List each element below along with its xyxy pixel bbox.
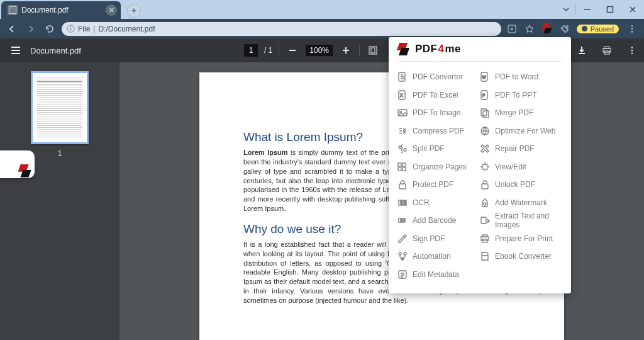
- popup-item-ebook-converter[interactable]: Ebook Converter: [480, 247, 562, 266]
- svg-point-56: [399, 252, 401, 255]
- pdf-document-title: Document.pdf: [30, 46, 81, 55]
- divider: [359, 45, 360, 56]
- popup-item-edit-metadata[interactable]: Edit Metadata: [397, 266, 480, 284]
- popup-item-add-watermark[interactable]: Add Watermark: [480, 194, 562, 212]
- popup-item-label: Repair PDF: [495, 144, 535, 153]
- popup-item-label: Organize Pages: [413, 162, 467, 171]
- svg-rect-38: [402, 167, 406, 171]
- popup-item-add-barcode[interactable]: Add Barcode: [397, 212, 480, 230]
- popup-item-icon: [397, 234, 408, 244]
- svg-rect-37: [398, 167, 401, 171]
- page-thumbnail[interactable]: [31, 71, 89, 144]
- pdf4me-wordmark-icon: PDF4me: [415, 43, 491, 55]
- popup-item-optimize-for-web[interactable]: Optimize For Web: [480, 122, 562, 140]
- window-minimize-button[interactable]: [576, 0, 599, 19]
- svg-point-33: [399, 146, 401, 149]
- popup-item-label: Add Barcode: [413, 216, 456, 225]
- popup-item-protect-pdf[interactable]: Protect PDF: [397, 176, 480, 194]
- svg-rect-35: [398, 163, 401, 166]
- popup-item-view-edit[interactable]: View/Edit: [480, 158, 562, 176]
- svg-rect-49: [401, 218, 402, 222]
- extensions-puzzle-icon[interactable]: [559, 23, 570, 35]
- forward-button[interactable]: [24, 22, 38, 36]
- popup-item-label: Automation: [413, 252, 451, 261]
- svg-point-57: [404, 252, 406, 255]
- popup-item-pdf-converter[interactable]: PDF Converter: [397, 68, 480, 86]
- svg-rect-45: [404, 200, 405, 205]
- back-button[interactable]: [5, 22, 19, 36]
- divider: |: [93, 25, 95, 33]
- popup-item-label: PDF to Word: [495, 72, 538, 81]
- popup-item-pdf-to-image[interactable]: PDF To Image: [397, 104, 480, 122]
- svg-point-8: [631, 31, 633, 32]
- popup-item-label: Ebook Converter: [495, 252, 552, 261]
- popup-item-label: PDF To PPT: [495, 91, 536, 99]
- popup-item-prepare-for-print[interactable]: Prepare For Print: [480, 230, 562, 248]
- window-close-button[interactable]: [621, 0, 644, 19]
- popup-item-unlock-pdf[interactable]: Unlock PDF: [480, 176, 562, 194]
- popup-item-label: PDF To Image: [413, 108, 460, 117]
- tab-close-button[interactable]: ✕: [106, 4, 117, 16]
- popup-item-organize-pages[interactable]: Organize Pages: [397, 158, 480, 176]
- popup-item-pdf-to-word[interactable]: WPDF to Word: [480, 68, 562, 86]
- download-button[interactable]: [575, 45, 589, 55]
- page-number-input[interactable]: 1: [244, 44, 258, 57]
- browser-tab-active[interactable]: Document.pdf ✕: [1, 1, 121, 19]
- popup-item-label: Protect PDF: [413, 180, 453, 189]
- thumbnail-panel: 1: [0, 62, 119, 340]
- thumbnail-page-number: 1: [31, 149, 89, 158]
- pdf-menu-button[interactable]: [10, 45, 21, 56]
- window-maximize-button[interactable]: [599, 0, 621, 19]
- zoom-in-button[interactable]: [339, 46, 353, 55]
- browser-menu-button[interactable]: [625, 22, 639, 36]
- svg-rect-51: [404, 218, 405, 222]
- url-input[interactable]: File | D:/Document.pdf: [62, 22, 501, 36]
- popup-item-icon: [480, 215, 490, 225]
- install-app-icon[interactable]: [506, 23, 518, 35]
- svg-point-18: [631, 50, 633, 51]
- print-button[interactable]: [600, 45, 614, 55]
- popup-item-label: Merge PDF: [495, 108, 533, 117]
- svg-point-17: [631, 47, 633, 48]
- svg-rect-52: [481, 217, 486, 224]
- profile-paused-badge[interactable]: Paused: [577, 25, 619, 33]
- popup-item-ocr[interactable]: OCR: [397, 194, 480, 212]
- popup-item-label: Extract Text and Images: [495, 212, 562, 229]
- bookmark-star-icon[interactable]: [524, 23, 535, 35]
- pdf4me-extension-icon[interactable]: [541, 23, 553, 35]
- svg-rect-44: [402, 200, 404, 205]
- zoom-level[interactable]: 100%: [306, 45, 333, 56]
- svg-rect-40: [399, 184, 406, 189]
- popup-item-label: Compress PDF: [413, 127, 464, 135]
- svg-rect-42: [399, 200, 401, 205]
- pdf4me-side-tab[interactable]: [0, 150, 35, 178]
- popup-item-icon: [480, 162, 490, 172]
- popup-item-icon: [397, 144, 408, 154]
- svg-rect-31: [483, 111, 489, 118]
- fit-page-button[interactable]: [366, 45, 380, 55]
- popup-item-label: Add Watermark: [495, 198, 547, 207]
- popup-item-icon: X: [397, 90, 408, 100]
- popup-item-extract-text-and-images[interactable]: Extract Text and Images: [480, 212, 562, 230]
- popup-item-split-pdf[interactable]: Split PDF: [397, 140, 480, 158]
- popup-item-repair-pdf[interactable]: Repair PDF: [480, 140, 562, 158]
- popup-item-compress-pdf[interactable]: Compress PDF: [397, 122, 480, 140]
- svg-point-39: [482, 164, 487, 169]
- reload-button[interactable]: [43, 22, 57, 36]
- svg-text:W: W: [482, 75, 487, 79]
- pdf4me-logo-icon: [541, 23, 553, 35]
- zoom-out-button[interactable]: [286, 46, 299, 55]
- popup-item-sign-pdf[interactable]: Sign PDF: [397, 230, 480, 248]
- popup-item-pdf-to-ppt[interactable]: PPDF To PPT: [480, 86, 562, 105]
- window-titlebar: Document.pdf ✕ ＋: [0, 0, 644, 19]
- popup-item-automation[interactable]: Automation: [397, 247, 480, 266]
- url-protocol: File: [78, 25, 90, 33]
- pdf-more-button[interactable]: [625, 46, 639, 55]
- popup-item-pdf-to-excel[interactable]: XPDF To Excel: [397, 86, 480, 105]
- new-tab-button[interactable]: ＋: [127, 4, 141, 18]
- svg-point-34: [404, 149, 406, 151]
- popup-item-merge-pdf[interactable]: Merge PDF: [480, 104, 562, 122]
- popup-item-icon: [480, 179, 490, 190]
- svg-point-7: [631, 28, 633, 29]
- window-dropdown-button[interactable]: [557, 0, 575, 19]
